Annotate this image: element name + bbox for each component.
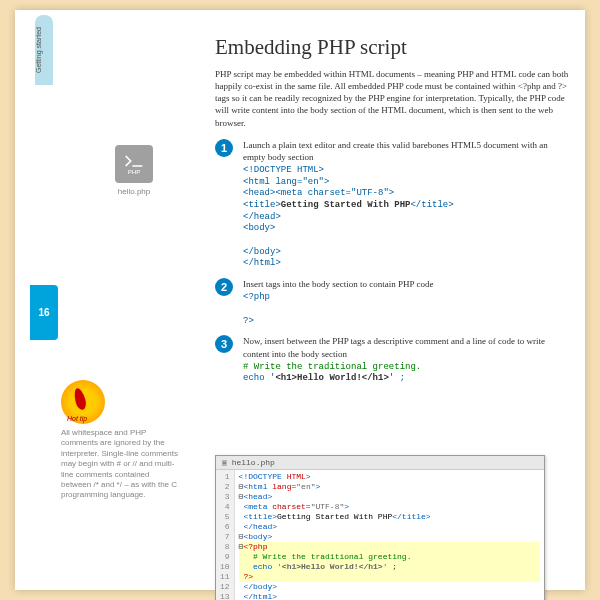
code-line: <title>Getting Started With PHP</title> — [239, 512, 540, 522]
step-code: # Write the traditional greeting.echo '<… — [243, 362, 570, 385]
line-gutter: 12345678910111213 — [216, 470, 235, 600]
page: Getting started 16 PHP hello.php Hot tip… — [15, 10, 585, 590]
code-lines: <!DOCTYPE HTML>⊟<html lang="en">⊟<head> … — [235, 470, 544, 600]
editor-tab: hello.php — [216, 456, 544, 470]
code-line: </body> — [239, 582, 540, 592]
code-line: <meta charset="UTF-8"> — [239, 502, 540, 512]
step: 1Launch a plain text editor and create t… — [215, 139, 570, 270]
tip-text: All whitespace and PHP comments are igno… — [61, 428, 181, 501]
code-line: # Write the traditional greeting. — [239, 552, 540, 562]
code-line: echo '<h1>Hello World!</h1>' ; — [239, 562, 540, 572]
step-number: 2 — [215, 278, 233, 296]
step-number: 3 — [215, 335, 233, 353]
step: 2Insert tags into the body section to co… — [215, 278, 570, 327]
section-tab: Getting started — [35, 15, 53, 85]
icon-caption: hello.php — [115, 187, 153, 196]
icon-label: PHP — [128, 169, 140, 175]
step-number: 1 — [215, 139, 233, 157]
code-line: ?> — [239, 572, 540, 582]
hot-tip-box: Hot tip All whitespace and PHP comments … — [61, 380, 181, 501]
code-line: </html> — [239, 592, 540, 600]
step-text: Insert tags into the body section to con… — [243, 278, 570, 327]
page-number-tab: 16 — [30, 285, 58, 340]
code-line: ⊟<body> — [239, 532, 540, 542]
main-content: Embedding PHP script PHP script may be e… — [215, 35, 570, 393]
step-text: Launch a plain text editor and create th… — [243, 139, 570, 270]
step-text: Now, insert between the PHP tags a descr… — [243, 335, 570, 385]
step-code: <?php?> — [243, 292, 570, 327]
code-line: </head> — [239, 522, 540, 532]
code-line: ⊟<head> — [239, 492, 540, 502]
php-file-icon: PHP — [115, 145, 153, 183]
code-line: ⊟<?php — [239, 542, 540, 552]
step-code: <!DOCTYPE HTML><html lang="en"><head><me… — [243, 165, 570, 270]
code-line: <!DOCTYPE HTML> — [239, 472, 540, 482]
page-title: Embedding PHP script — [215, 35, 570, 60]
step: 3Now, insert between the PHP tags a desc… — [215, 335, 570, 385]
code-line: ⊟<html lang="en"> — [239, 482, 540, 492]
code-editor: hello.php 12345678910111213 <!DOCTYPE HT… — [215, 455, 545, 600]
file-icon-box: PHP hello.php — [115, 145, 153, 196]
intro-paragraph: PHP script may be embedded within HTML d… — [215, 68, 570, 129]
hot-tip-icon: Hot tip — [61, 380, 105, 424]
